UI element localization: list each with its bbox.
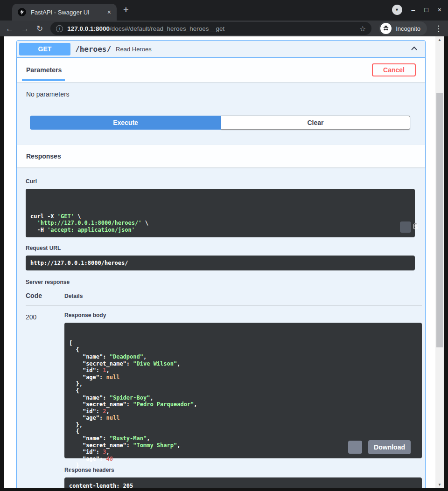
responses-title: Responses bbox=[26, 152, 61, 160]
browser-tab[interactable]: FastAPI - Swagger UI × bbox=[12, 4, 117, 21]
opblock-header[interactable]: GET /heroes/ Read Heroes bbox=[17, 41, 425, 58]
clipboard-icon bbox=[392, 216, 419, 238]
response-details: Response body [ { "name": "Deadpond", "s… bbox=[64, 312, 425, 488]
cancel-button[interactable]: Cancel bbox=[372, 63, 416, 76]
details-column-header: Details bbox=[64, 293, 83, 299]
minimize-icon[interactable]: – bbox=[412, 7, 415, 13]
incognito-label: Incognito bbox=[396, 25, 420, 32]
execute-button-group: Execute Clear bbox=[30, 116, 410, 130]
back-icon[interactable]: ← bbox=[6, 25, 14, 33]
scrollbar[interactable]: ▲ ▼ bbox=[435, 36, 444, 488]
parameters-tab-underline bbox=[22, 79, 65, 81]
status-code: 200 bbox=[26, 312, 64, 488]
curl-label: Curl bbox=[26, 178, 425, 185]
reload-icon[interactable]: ↻ bbox=[36, 25, 43, 33]
tab-close-icon[interactable]: × bbox=[107, 9, 111, 15]
tab-strip: FastAPI - Swagger UI × + ▼ – □ × bbox=[0, 0, 448, 21]
response-headers-block: content-length: 205content-type: applica… bbox=[64, 477, 422, 488]
scrollbar-thumb[interactable] bbox=[436, 93, 443, 347]
server-response-label: Server response bbox=[26, 279, 425, 285]
curl-copy-button[interactable] bbox=[400, 221, 411, 233]
browser-toolbar: ← → ↻ i 127.0.0.1:8000/docs#/default/rea… bbox=[0, 21, 448, 36]
opblock-get-heroes: GET /heroes/ Read Heroes Parameters Canc… bbox=[16, 40, 426, 488]
no-parameters-text: No parameters bbox=[17, 82, 425, 98]
incognito-badge: Incognito bbox=[379, 21, 427, 35]
url-host: 127.0.0.1:8000 bbox=[67, 25, 110, 32]
response-body-actions: Download bbox=[348, 440, 411, 454]
maximize-icon[interactable]: □ bbox=[424, 7, 428, 13]
responses-body: Curl curl -X 'GET' \ 'http://127.0.0.1:8… bbox=[17, 167, 425, 488]
request-url-block: http://127.0.0.1:8000/heroes/ bbox=[26, 256, 415, 270]
response-copy-button[interactable] bbox=[348, 441, 362, 454]
scroll-down-icon[interactable]: ▼ bbox=[435, 483, 444, 487]
response-body-block: [ { "name": "Deadpond", "secret_name": "… bbox=[64, 323, 422, 458]
url-path: /docs#/default/read_heroes_heroes__get bbox=[110, 25, 224, 32]
clear-button[interactable]: Clear bbox=[221, 116, 410, 130]
new-tab-icon[interactable]: + bbox=[123, 5, 129, 15]
tab-parameters[interactable]: Parameters bbox=[26, 66, 62, 74]
incognito-icon bbox=[380, 23, 392, 34]
response-row-200: 200 Response body [ { "name": "Deadpond"… bbox=[26, 312, 425, 488]
fastapi-favicon-icon bbox=[18, 8, 26, 16]
responses-header: Responses bbox=[17, 145, 425, 167]
response-body-label: Response body bbox=[64, 312, 425, 318]
forward-icon[interactable]: → bbox=[21, 25, 29, 33]
swagger-page: GET /heroes/ Read Heroes Parameters Canc… bbox=[4, 36, 444, 488]
parameters-header: Parameters Cancel bbox=[17, 58, 425, 82]
endpoint-summary: Read Heroes bbox=[116, 46, 410, 53]
close-window-icon[interactable]: × bbox=[438, 7, 441, 13]
download-button[interactable]: Download bbox=[368, 440, 411, 454]
address-bar[interactable]: i 127.0.0.1:8000/docs#/default/read_hero… bbox=[50, 22, 371, 35]
kebab-menu-icon[interactable]: ⋮ bbox=[434, 24, 442, 34]
response-table-header: Code Details bbox=[26, 292, 422, 306]
window-controls: ▼ – □ × bbox=[392, 5, 441, 15]
bookmark-star-icon[interactable]: ☆ bbox=[359, 24, 366, 33]
url-text[interactable]: 127.0.0.1:8000/docs#/default/read_heroes… bbox=[67, 25, 355, 32]
code-column-header: Code bbox=[26, 292, 64, 299]
endpoint-path: /heroes/ bbox=[75, 45, 111, 54]
tab-title: FastAPI - Swagger UI bbox=[31, 9, 103, 16]
site-info-icon[interactable]: i bbox=[56, 25, 63, 32]
method-badge: GET bbox=[19, 43, 70, 55]
chevron-up-icon bbox=[410, 45, 418, 53]
request-url-label: Request URL bbox=[26, 245, 425, 251]
execute-button[interactable]: Execute bbox=[30, 116, 221, 130]
scroll-up-icon[interactable]: ▲ bbox=[435, 38, 444, 42]
collapse-button[interactable] bbox=[410, 45, 418, 53]
curl-command-block: curl -X 'GET' \ 'http://127.0.0.1:8000/h… bbox=[26, 189, 415, 237]
tab-search-icon[interactable]: ▼ bbox=[392, 5, 402, 15]
